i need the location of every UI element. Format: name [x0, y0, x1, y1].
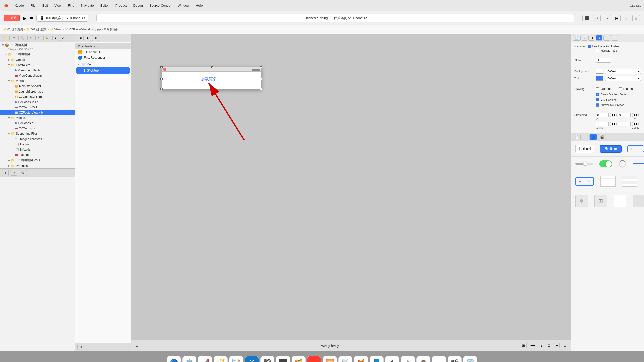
nav-source-icon[interactable]: ⌃	[11, 35, 17, 41]
dock-video[interactable]: 🎬	[448, 356, 462, 362]
menu-view[interactable]: View	[53, 3, 62, 8]
inspector-id-btn[interactable]: ⊟	[588, 35, 595, 41]
canvas-bottom-icon3[interactable]: ↕	[539, 343, 544, 348]
menu-source-control[interactable]: Source Control	[148, 3, 172, 8]
menu-editor[interactable]: Editor	[99, 3, 110, 8]
width-stepper[interactable]: ⬆⬇	[610, 122, 617, 126]
dock-notes[interactable]: 📝	[229, 356, 243, 362]
panel-files-owner[interactable]: 🟧 File's Owner	[75, 49, 131, 55]
nav-search-icon[interactable]: 🔍	[18, 35, 26, 41]
panel-view-group[interactable]: ▶ ⬜ View	[75, 62, 131, 67]
stop-run-button[interactable]: ⏹	[29, 16, 33, 20]
stop-button[interactable]: ⏸ 暂停	[4, 15, 20, 21]
nav-breakpoint-icon[interactable]: ▶	[52, 35, 59, 41]
xib-button-label[interactable]: 加载更多...	[201, 77, 220, 82]
menu-product[interactable]: Product	[114, 3, 128, 8]
scheme-selector[interactable]: 📱 001团购案例 ▸ iPhone 4s	[36, 15, 88, 22]
breadcrumb-part-2[interactable]: 📁 Views	[50, 28, 62, 31]
canvas-bottom-icon2[interactable]: ⟷	[529, 343, 537, 348]
layout-standard[interactable]: ▣	[613, 15, 621, 21]
dock-music[interactable]: ♪	[307, 356, 321, 362]
widget-spinner[interactable]	[617, 159, 628, 169]
resize-handle-ml[interactable]	[160, 78, 163, 80]
clip-subviews-checkbox[interactable]: ✓	[596, 98, 599, 101]
breadcrumb-part-5[interactable]: B 加载更多...	[104, 28, 120, 31]
tree-launchscreen-xib[interactable]: ⊡ LaunchScreen.xib	[0, 89, 75, 94]
resize-handle-bl[interactable]	[160, 88, 163, 90]
inspector-help-btn[interactable]: ?	[582, 35, 587, 41]
menu-edit[interactable]: Edit	[41, 3, 49, 8]
dock-app9[interactable]: 🦊	[354, 356, 368, 362]
menu-window[interactable]: Window	[177, 3, 190, 8]
dock-safari[interactable]: 🧭	[214, 356, 228, 362]
widget-button[interactable]: Button	[598, 144, 623, 154]
dock-preview[interactable]: 👁️	[416, 356, 430, 362]
resize-handle-br[interactable]	[260, 88, 262, 90]
inspector-connect-btn[interactable]: →	[611, 35, 618, 41]
tree-czgoodscell-h[interactable]: h CZGoodsCell.h	[0, 99, 75, 105]
clears-graphics-checkbox[interactable]: ✓	[596, 93, 599, 96]
menu-navigate[interactable]: Navigate	[80, 3, 95, 8]
dock-terminal[interactable]: ⬛	[276, 356, 290, 362]
canvas-bottom-icon5[interactable]: ≡	[554, 343, 560, 348]
tree-others[interactable]: ▶ 📁 Others	[0, 57, 75, 62]
layout-assistant[interactable]: ▤	[623, 15, 630, 21]
nav-folder-icon[interactable]: 📁	[2, 35, 10, 41]
resize-handle-mr[interactable]	[260, 78, 262, 80]
widget-placeholder[interactable]	[631, 193, 644, 209]
tree-models[interactable]: ▶ 📁 Models	[0, 115, 75, 120]
tree-supporting-files[interactable]: ▶ 📁 Supporting Files	[0, 131, 75, 136]
view-toggle[interactable]: ↔	[603, 15, 611, 21]
menu-file[interactable]: File	[29, 3, 37, 8]
stretching-y-stepper[interactable]: ⬆⬇	[632, 113, 639, 117]
width-input[interactable]	[596, 122, 609, 126]
menu-debug[interactable]: Debug	[132, 3, 144, 8]
dock-font[interactable]: A	[385, 356, 399, 362]
dock-filezilla[interactable]: 📡	[338, 356, 352, 362]
debug-toggle[interactable]: ⟳	[593, 15, 601, 21]
tree-czgoods-m[interactable]: m CZGoods.m	[0, 126, 75, 131]
tree-project[interactable]: ▶ 📦 001团购案例	[0, 42, 75, 48]
tree-info-plist[interactable]: 📋 Info.plist	[0, 147, 75, 152]
canvas-bottom-icon1[interactable]: ⊞	[520, 343, 527, 348]
dock-finder[interactable]: 🔵	[167, 356, 181, 362]
tree-controllers[interactable]: ▶ 📁 Controllers	[0, 62, 75, 68]
menu-find[interactable]: Find	[67, 3, 75, 8]
widget-toggle[interactable]	[598, 159, 614, 169]
background-select[interactable]: Default	[605, 69, 641, 74]
widget-table-2[interactable]	[621, 174, 639, 188]
autoresize-checkbox[interactable]: ✓	[596, 103, 599, 107]
widget-stepper[interactable]: − +	[574, 176, 595, 187]
inspector-size-btn[interactable]: ⊡	[603, 35, 610, 41]
nav-debug-icon[interactable]: 🐛	[43, 35, 51, 41]
widget-table-1[interactable]	[599, 174, 617, 188]
obj-lib-media-btn[interactable]: 🎬	[598, 134, 606, 140]
dock-trash[interactable]: 🗑️	[463, 356, 477, 362]
tree-czgoodscell-xib[interactable]: ⊡ CZGoodsCell.xib	[0, 94, 75, 99]
widget-tableview[interactable]: ───── ───── ───── ─────	[612, 193, 628, 209]
dock-font-2[interactable]: A	[401, 356, 415, 362]
menu-help[interactable]: Help	[195, 3, 204, 8]
stretching-y-input[interactable]	[618, 113, 631, 117]
inspector-attr-btn[interactable]: ⬇	[596, 35, 602, 41]
height-input[interactable]	[618, 122, 631, 126]
stretching-x-stepper[interactable]: ⬆⬇	[610, 113, 617, 117]
widget-numpad[interactable]: ⊞	[593, 193, 609, 209]
tree-czfooterview-xib[interactable]: ⊡ CZFooterView.xib	[0, 110, 75, 115]
dock-photos[interactable]: 🌅	[323, 356, 337, 362]
breadcrumb-part-0[interactable]: 📁 001团购案例	[3, 28, 23, 31]
resize-handle-tr[interactable]	[260, 66, 262, 68]
panel-nav-left[interactable]: ◀	[77, 35, 84, 41]
widget-segmented[interactable]: 1 2	[626, 144, 644, 154]
tree-viewcontroller-h[interactable]: h ViewController.h	[0, 68, 75, 73]
tree-main-storyboard[interactable]: ▤ Main.storyboard	[0, 83, 75, 89]
panel-load-more-button[interactable]: B 加载更多...	[76, 67, 130, 74]
panel-bottom-button[interactable]: ⊙	[77, 344, 84, 350]
breadcrumb-part-3[interactable]: 📄 CZFooterView.xib	[65, 28, 91, 31]
dock-preferences[interactable]: ⚙️	[182, 356, 196, 362]
panel-first-responder[interactable]: 🔵 First Responder	[75, 55, 131, 61]
tree-tests[interactable]: ▶ 📁 001团购案例Tests	[0, 157, 75, 163]
dock-word[interactable]: 📘	[370, 356, 384, 362]
inspector-file-btn[interactable]: 📄	[573, 35, 581, 41]
hidden-checkbox[interactable]	[619, 87, 622, 91]
